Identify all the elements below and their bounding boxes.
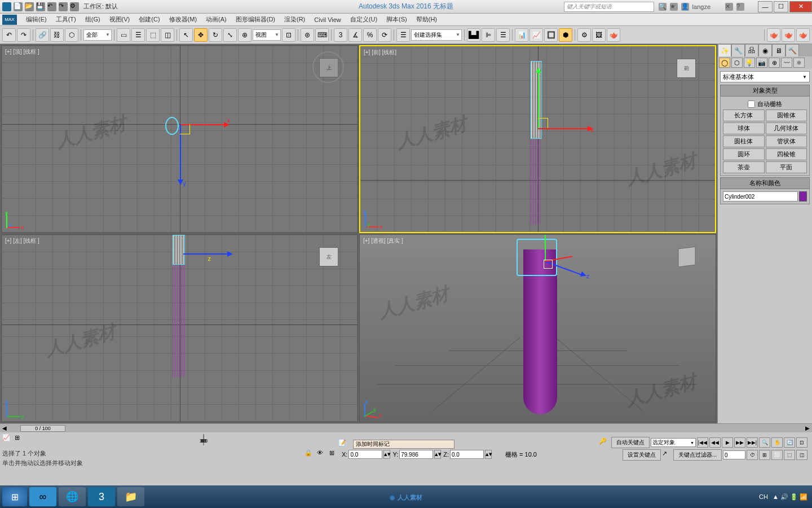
- render-button[interactable]: 🫖: [607, 28, 620, 42]
- key-filter-button[interactable]: 关键点过滤器...: [673, 449, 722, 461]
- menu-script[interactable]: 脚本(S): [382, 15, 412, 24]
- time-config-button[interactable]: ⏱: [747, 450, 758, 460]
- viewport-front[interactable]: [+] [前] [线框] x 前 x z y 人人素材 人人素材: [359, 45, 716, 233]
- nav-zoom-ext-button[interactable]: ⬜: [771, 450, 783, 460]
- spinner-icon[interactable]: ▴▾: [383, 450, 390, 459]
- menu-group[interactable]: 组(G): [81, 15, 105, 24]
- viewport-label-front[interactable]: [+] [前] [线框]: [364, 49, 396, 56]
- maximize-button[interactable]: ☐: [774, 1, 788, 12]
- auto-key-button[interactable]: 自动关键点: [611, 437, 650, 448]
- help-search-input[interactable]: 键入关键字或短语: [564, 2, 654, 12]
- nav-zoom-button[interactable]: 🔍: [759, 437, 770, 448]
- reference-coordinate-dropdown[interactable]: 视图: [253, 29, 281, 41]
- view-cube[interactable]: 前: [670, 52, 704, 86]
- quick-render-button[interactable]: 🫖: [796, 28, 810, 42]
- motion-tab[interactable]: ◉: [758, 44, 772, 56]
- save-icon[interactable]: 💾: [36, 2, 45, 11]
- viewport-label-left[interactable]: [+] [左] [线框 ]: [5, 237, 39, 245]
- exchange-icon[interactable]: ✕: [725, 3, 733, 11]
- x-input[interactable]: [348, 450, 382, 459]
- keyboard-shortcut-button[interactable]: ⌨: [315, 28, 329, 42]
- tray-icons[interactable]: ▲ 🔊 🔋 📶: [773, 493, 807, 501]
- spinner-snap-button[interactable]: ⟳: [378, 28, 391, 42]
- viewport-perspective[interactable]: [+] [透视] [真实 ] z x z y: [359, 234, 716, 422]
- material-editor-button[interactable]: ⬢: [559, 28, 572, 42]
- view-cube-face[interactable]: [678, 247, 696, 268]
- placement-button[interactable]: ⊕: [238, 28, 251, 42]
- keymode-icon[interactable]: 🔑: [599, 437, 610, 448]
- lock-selection-icon[interactable]: 🔒: [304, 449, 315, 459]
- nav-max-button[interactable]: ◫: [796, 450, 807, 460]
- view-cube[interactable]: 左: [312, 240, 346, 274]
- hierarchy-tab[interactable]: 品: [745, 44, 758, 56]
- rollout-header[interactable]: 对象类型: [720, 85, 810, 97]
- toggle-icon[interactable]: ⊞: [329, 449, 339, 459]
- select-region-button[interactable]: ⬚: [146, 28, 160, 42]
- taskbar-3dsmax[interactable]: 3: [88, 487, 115, 506]
- modify-tab[interactable]: 🔧: [731, 44, 745, 56]
- pyramid-button[interactable]: 四棱锥: [766, 148, 807, 160]
- spinner-icon[interactable]: ▴▾: [434, 450, 441, 459]
- view-cube-face[interactable]: 左: [319, 247, 338, 266]
- nav-fov-button[interactable]: ⊡: [796, 437, 807, 448]
- new-icon[interactable]: 📄: [14, 2, 23, 11]
- taskbar-app-1[interactable]: ∞: [29, 487, 56, 506]
- view-cube[interactable]: 上: [312, 51, 346, 85]
- geometry-tab[interactable]: ◯: [719, 58, 730, 68]
- viewport-left[interactable]: [+] [左] [线框 ] z 左 y z 人人素材: [1, 234, 358, 422]
- lights-tab[interactable]: 💡: [744, 58, 755, 68]
- checkbox-icon[interactable]: [748, 100, 755, 108]
- cylinder-button[interactable]: 圆柱体: [723, 135, 765, 147]
- help-icon[interactable]: ?: [736, 3, 744, 11]
- favorite-icon[interactable]: ★: [670, 3, 678, 11]
- time-slider[interactable]: 0 / 100: [20, 425, 65, 432]
- isolate-icon[interactable]: 👁: [317, 449, 327, 459]
- max-logo[interactable]: MAX: [2, 15, 17, 25]
- undo-button[interactable]: ↶: [2, 28, 16, 42]
- ribbon-button[interactable]: 📊: [515, 28, 528, 42]
- percent-snap-button[interactable]: %: [363, 28, 377, 42]
- app-icon[interactable]: [2, 2, 11, 11]
- cone-button[interactable]: 圆锥体: [766, 110, 807, 121]
- current-frame-input[interactable]: [723, 450, 745, 459]
- timeline-ruler[interactable]: 0510152025303540455055606570758085909510…: [203, 434, 204, 445]
- user-name[interactable]: langze: [692, 3, 710, 10]
- set-key-button[interactable]: 设置关键点: [623, 449, 661, 461]
- scroll-left-icon[interactable]: ◀: [2, 425, 7, 431]
- pivot-button[interactable]: ⊡: [282, 28, 295, 42]
- systems-tab[interactable]: ⚛: [793, 58, 805, 68]
- manipulate-button[interactable]: ⊛: [301, 28, 314, 42]
- unlink-button[interactable]: ⛓: [50, 28, 64, 42]
- category-dropdown[interactable]: 标准基本体: [720, 71, 810, 82]
- geosphere-button[interactable]: 几何球体: [766, 122, 807, 134]
- goto-start-button[interactable]: |◀◀: [697, 437, 708, 448]
- menu-create[interactable]: 创建(C): [134, 15, 164, 24]
- nav-pan-button[interactable]: ✋: [771, 437, 783, 448]
- close-button[interactable]: ✕: [789, 1, 812, 12]
- mirror-button[interactable]: ▙▟: [467, 28, 480, 42]
- menu-edit[interactable]: 编辑(E): [21, 15, 51, 24]
- menu-help[interactable]: 帮助(H): [412, 15, 442, 24]
- plane-button[interactable]: 平面: [766, 161, 807, 173]
- script-listener-icon[interactable]: 📝: [338, 439, 348, 449]
- link-button[interactable]: 🔗: [36, 28, 49, 42]
- filter-button[interactable]: ⊞: [15, 434, 26, 445]
- object-name-input[interactable]: [723, 191, 798, 202]
- layers-button[interactable]: ☰: [496, 28, 510, 42]
- named-selection-dropdown[interactable]: 创建选择集: [411, 29, 462, 41]
- box-button[interactable]: 长方体: [723, 110, 765, 121]
- play-button[interactable]: ▶: [722, 437, 733, 448]
- teapot-button[interactable]: 茶壶: [723, 161, 765, 173]
- gizmo-plane[interactable]: [538, 118, 548, 128]
- menu-graph[interactable]: 图形编辑器(D): [231, 15, 280, 24]
- menu-modifier[interactable]: 修改器(M): [165, 15, 202, 24]
- select-name-button[interactable]: ☰: [131, 28, 145, 42]
- start-button[interactable]: ⊞: [2, 487, 27, 506]
- view-cube[interactable]: [670, 240, 704, 274]
- nav-zoom-all-button[interactable]: ⊞: [759, 450, 770, 460]
- select-button[interactable]: ▭: [117, 28, 130, 42]
- move-button[interactable]: ✥: [194, 28, 208, 42]
- z-input[interactable]: [450, 450, 484, 459]
- render-frame-button[interactable]: 🖼: [592, 28, 606, 42]
- utilities-tab[interactable]: 🔨: [785, 44, 799, 56]
